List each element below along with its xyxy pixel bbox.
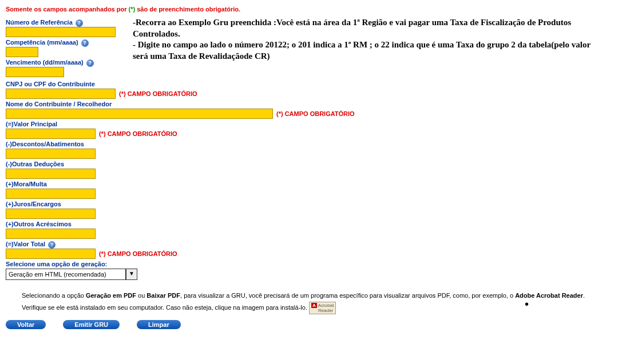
required-indicator: (*) CAMPO OBRIGATÓRIO: [99, 130, 177, 137]
input-vencimento[interactable]: [6, 67, 64, 77]
chevron-down-icon[interactable]: ▼: [126, 269, 137, 280]
label-competencia: Competência (mm/aaaa): [6, 39, 78, 46]
input-num-ref[interactable]: [6, 27, 116, 37]
bullet-dot: •: [525, 302, 529, 306]
label-valor-principal: (=)Valor Principal: [6, 121, 57, 127]
help-icon[interactable]: ?: [48, 241, 56, 249]
select-value: Geração em HTML (recomendada): [6, 269, 126, 280]
label-nome: Nome do Contribuinte / Recolhedor: [6, 101, 112, 107]
label-num-ref: Número de Referência: [6, 19, 73, 26]
input-valor-total[interactable]: [6, 249, 96, 259]
label-valor-total: (=)Valor Total: [6, 241, 45, 247]
help-icon[interactable]: ?: [76, 19, 83, 27]
input-valor-principal[interactable]: [6, 129, 96, 139]
input-descontos[interactable]: [6, 149, 96, 159]
limpar-button[interactable]: Limpar: [137, 320, 181, 329]
select-geracao[interactable]: Geração em HTML (recomendada) ▼: [6, 269, 620, 280]
acrobat-reader-icon[interactable]: AAcrobatReader: [309, 302, 336, 314]
input-outras-deducoes[interactable]: [6, 169, 96, 179]
input-juros[interactable]: [6, 209, 96, 219]
emitir-gru-button[interactable]: Emitir GRU: [63, 320, 120, 329]
input-outros-acrescimos[interactable]: [6, 229, 96, 239]
input-competencia[interactable]: [6, 47, 38, 57]
help-icon[interactable]: ?: [81, 39, 89, 47]
voltar-button[interactable]: Voltar: [6, 320, 46, 329]
label-mora: (+)Mora/Multa: [6, 181, 47, 187]
label-vencimento: Vencimento (dd/mm/aaaa): [6, 59, 84, 66]
label-outros-acrescimos: (+)Outros Acréscimos: [6, 221, 72, 227]
input-nome[interactable]: [6, 109, 273, 119]
help-icon[interactable]: ?: [86, 59, 94, 67]
label-outras-deducoes: (-)Outras Deduções: [6, 161, 64, 167]
mandatory-fields-warning: Somente os campos acompanhados por (*) s…: [6, 6, 620, 13]
footer-note: Selecionando a opção Geração em PDF ou B…: [22, 290, 620, 314]
required-indicator: (*) CAMPO OBRIGATÓRIO: [119, 90, 197, 97]
input-mora[interactable]: [6, 189, 96, 199]
label-selecione: Selecione uma opção de geração:: [6, 261, 107, 267]
input-cnpj[interactable]: [6, 89, 116, 99]
label-descontos: (-)Descontos/Abatimentos: [6, 141, 84, 147]
required-indicator: (*) CAMPO OBRIGATÓRIO: [99, 250, 177, 257]
label-juros: (+)Juros/Encargos: [6, 201, 61, 207]
label-cnpj: CNPJ ou CPF do Contribuinte: [6, 81, 95, 87]
required-indicator: (*) CAMPO OBRIGATÓRIO: [276, 110, 355, 117]
instruction-text: -Recorra ao Exemplo Gru preenchida :Você…: [133, 17, 602, 62]
